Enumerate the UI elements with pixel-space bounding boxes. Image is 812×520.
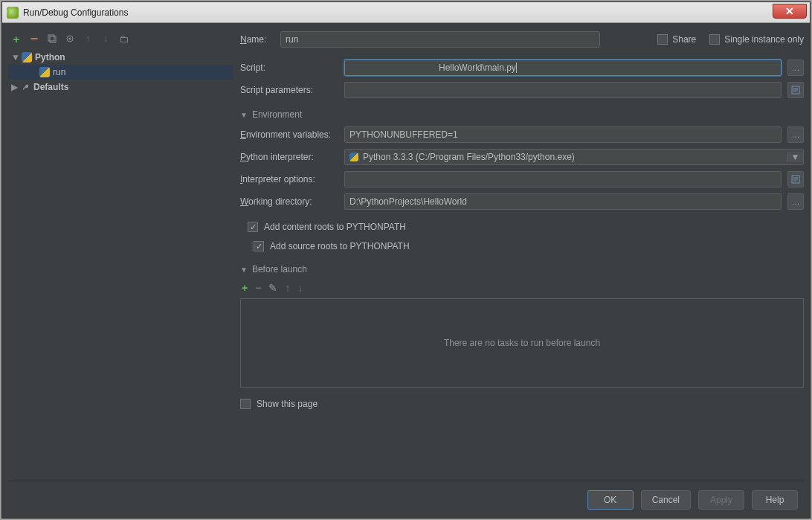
share-checkbox[interactable]: Share — [657, 34, 696, 45]
move-up-icon[interactable]: ↑ — [83, 33, 93, 44]
remove-task-icon[interactable]: − — [255, 282, 261, 294]
add-source-roots-checkbox[interactable]: ⋮⋮ Add source roots to PYTHONPATH — [240, 237, 804, 255]
before-launch-list: There are no tasks to run before launch — [240, 298, 804, 388]
expand-params-button[interactable] — [787, 82, 804, 98]
expand-icon[interactable]: ▶ — [11, 82, 19, 92]
dialog-footer: OK Cancel Apply Help — [8, 481, 804, 518]
section-label: Environment — [252, 109, 302, 120]
svg-point-3 — [69, 38, 71, 40]
app-icon — [7, 7, 19, 19]
tree-node-label: Python — [35, 52, 65, 62]
section-label: Before launch — [252, 264, 307, 275]
interp-opts-input[interactable] — [344, 171, 782, 187]
sidebar-toolbar: + − ↑ ↓ 🗀 — [8, 29, 233, 48]
tree-node-python[interactable]: ▼ Python — [8, 50, 233, 65]
checkbox-icon — [248, 222, 258, 232]
add-task-icon[interactable]: + — [242, 282, 248, 294]
browse-script-button[interactable]: … — [787, 60, 804, 76]
tree-node-label: Defaults — [33, 82, 68, 92]
interpreter-dropdown[interactable]: Python 3.3.3 (C:/Program Files/Python33/… — [344, 149, 804, 165]
apply-button[interactable]: Apply — [698, 490, 744, 510]
svg-rect-1 — [50, 36, 56, 42]
env-vars-label: Environment variables: — [240, 129, 338, 140]
empty-tasks-text: There are no tasks to run before launch — [444, 338, 600, 348]
interpreter-label: Python interpreter: — [240, 152, 338, 162]
show-this-page-checkbox[interactable]: Show this page — [240, 395, 804, 413]
tree-node-run[interactable]: run — [8, 65, 233, 80]
help-button[interactable]: Help — [752, 490, 798, 510]
expand-opts-button[interactable] — [787, 171, 804, 187]
python-icon — [349, 153, 358, 161]
tree-node-label: run — [53, 67, 65, 77]
checkbox-label: Add content roots to PYTHONPATH — [264, 222, 406, 232]
settings-icon[interactable] — [65, 33, 75, 44]
cancel-button[interactable]: Cancel — [641, 490, 691, 510]
expand-icon[interactable]: ▼ — [11, 52, 19, 62]
browse-workdir-button[interactable]: … — [787, 193, 804, 210]
move-up-icon[interactable]: ↑ — [285, 282, 290, 294]
before-launch-section[interactable]: ▼ Before launch — [240, 264, 804, 275]
wrench-icon — [22, 83, 30, 92]
folder-icon[interactable]: 🗀 — [118, 33, 129, 44]
config-tree[interactable]: ▼ Python run ▶ Defaults — [8, 48, 233, 475]
interp-opts-label: Interpreter options: — [240, 174, 338, 184]
name-input[interactable]: run — [280, 31, 600, 48]
checkbox-label: Add source roots to PYTHONPATH — [270, 241, 410, 251]
working-dir-input[interactable]: D:\PythonProjects\HelloWorld — [344, 193, 782, 210]
move-down-icon[interactable]: ↓ — [100, 33, 111, 44]
script-input[interactable]: HelloWorld\main.py — [344, 60, 782, 76]
chevron-down-icon: ▼ — [787, 152, 803, 162]
checkbox-label: Show this page — [257, 399, 318, 409]
close-button[interactable]: ✕ — [773, 4, 807, 19]
tree-node-defaults[interactable]: ▶ Defaults — [8, 80, 233, 94]
python-icon — [39, 67, 50, 77]
script-params-label: Script parameters: — [240, 85, 338, 95]
single-instance-label: Single instance only — [724, 34, 804, 45]
share-label: Share — [672, 34, 696, 45]
environment-section[interactable]: ▼ Environment — [240, 109, 804, 120]
titlebar: Run/Debug Configurations ✕ — [2, 2, 810, 23]
window-title: Run/Debug Configurations — [23, 7, 128, 18]
env-vars-input[interactable]: PYTHONUNBUFFERED=1 — [344, 126, 782, 143]
sidebar: + − ↑ ↓ 🗀 ▼ Python run — [8, 29, 233, 475]
remove-config-icon[interactable]: − — [29, 33, 39, 44]
python-icon — [22, 52, 32, 62]
edit-task-icon[interactable]: ✎ — [268, 282, 277, 294]
add-config-icon[interactable]: + — [11, 33, 22, 44]
script-params-input[interactable] — [344, 82, 782, 98]
checkbox-icon — [709, 34, 720, 45]
move-down-icon[interactable]: ↓ — [297, 282, 303, 294]
dialog-window: Run/Debug Configurations ✕ + − ↑ ↓ 🗀 ▼ — [1, 1, 811, 519]
collapse-icon: ▼ — [240, 111, 248, 119]
drag-handle-icon: ⋮⋮ — [248, 241, 252, 251]
working-dir-label: Working directory: — [240, 196, 338, 207]
script-label: Script: — [240, 62, 338, 73]
copy-config-icon[interactable] — [47, 33, 57, 44]
svg-rect-0 — [48, 35, 54, 41]
single-instance-checkbox[interactable]: Single instance only — [709, 34, 804, 45]
ok-button[interactable]: OK — [587, 490, 634, 510]
checkbox-icon — [657, 34, 668, 45]
collapse-icon: ▼ — [240, 266, 248, 274]
add-content-roots-checkbox[interactable]: Add content roots to PYTHONPATH — [240, 218, 804, 236]
checkbox-icon — [240, 399, 251, 409]
form-panel: Name: run Share Single instance only — [240, 29, 804, 475]
name-label: Name: — [240, 34, 274, 45]
checkbox-icon — [254, 241, 264, 251]
before-launch-toolbar: + − ✎ ↑ ↓ — [240, 279, 804, 297]
browse-env-button[interactable]: … — [787, 126, 804, 143]
